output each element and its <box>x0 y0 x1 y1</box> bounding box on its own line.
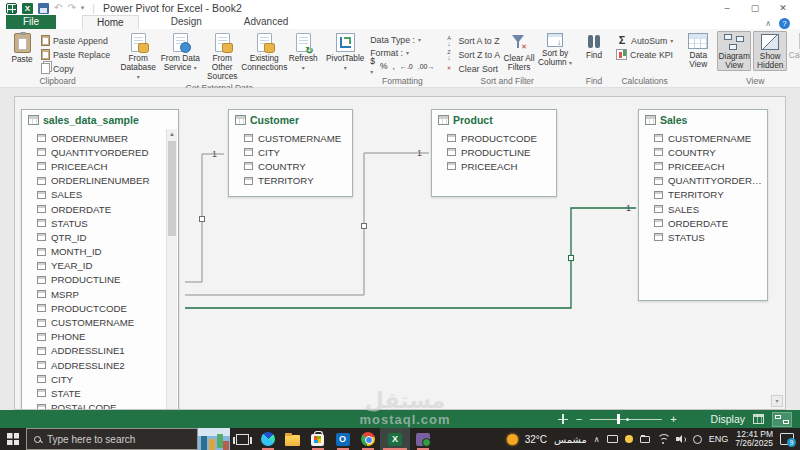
taskbar-search[interactable] <box>26 428 198 450</box>
scrollbar-thumb[interactable] <box>168 141 176 236</box>
table-field[interactable]: CITY <box>244 145 352 159</box>
zoom-in-button[interactable]: + <box>670 414 676 425</box>
table-field[interactable]: COUNTRY <box>654 145 767 159</box>
table-field[interactable]: CUSTOMERNAME <box>37 315 178 329</box>
start-button[interactable] <box>0 428 26 450</box>
excel-file-icon[interactable]: X <box>22 3 33 14</box>
existing-connections-button[interactable]: Existing Connections <box>244 31 284 72</box>
from-database-button[interactable]: From Database ▾ <box>118 31 158 82</box>
weather-sun-icon[interactable] <box>507 434 518 445</box>
quick-access-dropdown-icon[interactable]: ▾ <box>81 4 85 12</box>
table-field[interactable]: ADDRESSLINE2 <box>37 358 178 372</box>
redo-button[interactable]: ↷ <box>67 3 75 13</box>
table-field[interactable]: COUNTRY <box>244 159 352 173</box>
zoom-slider[interactable] <box>590 413 662 425</box>
decrease-decimal-button[interactable]: .00→ <box>418 63 435 70</box>
table-field[interactable]: PHONE <box>37 330 178 344</box>
table-field[interactable]: CUSTOMERNAME <box>244 131 352 145</box>
table-field[interactable]: QTR_ID <box>37 230 178 244</box>
clock[interactable]: 12:41 PM 7/26/2025 <box>735 430 773 449</box>
diagram-table-sales-data-sample[interactable]: sales_data_sample ORDERNUMBER QUANTITYOR… <box>21 109 179 410</box>
zoom-out-button[interactable]: − <box>576 414 582 425</box>
table-field[interactable]: PRODUCTCODE <box>37 301 178 315</box>
weather-temperature[interactable]: 32°C <box>525 434 547 445</box>
data-view-toggle-icon[interactable] <box>753 414 764 424</box>
table-field[interactable]: STATUS <box>37 216 178 230</box>
weather-condition[interactable]: مشمس <box>554 434 587 445</box>
tab-file[interactable]: File <box>6 15 56 29</box>
table-field[interactable]: ORDERNUMBER <box>37 131 178 145</box>
table-field[interactable]: MSRP <box>37 287 178 301</box>
table-field[interactable]: MONTH_ID <box>37 245 178 259</box>
table-field[interactable]: STATUS <box>654 230 767 244</box>
language-indicator[interactable]: ENG <box>709 434 729 444</box>
zoom-slider-handle[interactable] <box>617 414 620 424</box>
table-header[interactable]: Sales <box>639 110 767 128</box>
tray-expand-icon[interactable]: ∧ <box>594 435 600 444</box>
table-header[interactable]: sales_data_sample <box>22 110 178 128</box>
table-field[interactable]: POSTALCODE <box>37 401 178 410</box>
table-field[interactable]: QUANTITYORDER… <box>654 174 767 188</box>
relationship-customer[interactable]: 1 * <box>175 149 224 289</box>
table-field[interactable]: CUSTOMERNAME <box>654 131 767 145</box>
table-header[interactable]: Product <box>432 110 556 128</box>
taskbar-excel-active[interactable]: X <box>380 428 410 450</box>
table-scrollbar[interactable]: ▲ <box>166 129 177 410</box>
diagram-view-toggle-icon[interactable] <box>772 412 792 427</box>
help-icon[interactable]: ? <box>779 18 790 29</box>
task-view-button[interactable] <box>230 428 255 450</box>
table-field[interactable]: STATE <box>37 386 178 400</box>
table-field[interactable]: SALES <box>37 188 178 202</box>
taskbar-edge[interactable] <box>255 428 280 450</box>
clear-all-filters-button[interactable]: ✕ Clear All Filters <box>502 31 536 72</box>
copy-button[interactable]: Copy <box>41 62 110 75</box>
taskbar-chrome[interactable] <box>355 428 380 450</box>
sort-a-to-z-button[interactable]: A↓ Sort A to Z <box>442 34 500 47</box>
wifi-icon[interactable] <box>657 435 669 444</box>
table-field[interactable]: SALES <box>654 202 767 216</box>
restore-button[interactable]: ▢ <box>742 2 768 15</box>
table-field[interactable]: ORDERDATE <box>654 216 767 230</box>
search-input[interactable] <box>47 434 177 445</box>
currency-format-button[interactable]: $ ▾ <box>370 56 375 76</box>
taskbar-outlook[interactable]: O <box>330 428 355 450</box>
tab-home[interactable]: Home <box>82 15 139 29</box>
table-field[interactable]: ORDERDATE <box>37 202 178 216</box>
onedrive-icon[interactable] <box>693 435 702 444</box>
display-tray-icon[interactable] <box>607 435 618 443</box>
show-hidden-button[interactable]: Show Hidden <box>753 31 787 71</box>
thousands-separator-button[interactable]: , <box>393 61 395 71</box>
pivottable-button[interactable]: PivotTable▾ <box>328 31 362 73</box>
paste-replace-button[interactable]: Paste Replace <box>41 48 110 61</box>
tab-design[interactable]: Design <box>157 15 216 29</box>
table-field[interactable]: PRICEEACH <box>37 159 178 173</box>
from-data-service-button[interactable]: From Data Service ▾ <box>160 31 200 73</box>
minimize-button[interactable]: – <box>714 2 740 15</box>
clear-sort-button[interactable]: ✕ Clear Sort <box>442 62 500 75</box>
table-field[interactable]: PRICEEACH <box>654 159 767 173</box>
table-field[interactable]: PRODUCTLINE <box>37 273 178 287</box>
diagram-view-button[interactable]: Diagram View <box>717 31 751 71</box>
paste-append-button[interactable]: Paste Append <box>41 34 110 47</box>
diagram-canvas[interactable]: 1 * 1 * 1 * <box>14 96 786 410</box>
create-kpi-button[interactable]: Create KPI <box>616 48 673 61</box>
table-field[interactable]: YEAR_ID <box>37 259 178 273</box>
save-icon[interactable] <box>38 3 49 14</box>
close-button[interactable]: ✕ <box>770 2 796 15</box>
collapse-ribbon-icon[interactable]: ∧ <box>765 19 771 28</box>
paste-button[interactable]: Paste <box>5 31 39 64</box>
table-field[interactable]: QUANTITYORDERED <box>37 145 178 159</box>
diagram-table-sales[interactable]: Sales CUSTOMERNAME COUNTRY PRICEEACH QUA… <box>638 109 768 301</box>
widgets-weather-thumbnail[interactable] <box>198 428 230 450</box>
taskbar-purple-app[interactable] <box>410 428 435 450</box>
volume-icon[interactable] <box>676 435 686 444</box>
sort-z-to-a-button[interactable]: Z↓ Sort Z to A <box>442 48 500 61</box>
table-header[interactable]: Customer <box>229 110 352 128</box>
autosum-button[interactable]: Σ AutoSum ▾ <box>616 34 673 47</box>
action-center-icon[interactable]: 9 <box>780 433 794 445</box>
increase-decimal-button[interactable]: ←.0 <box>400 63 413 70</box>
table-field[interactable]: PRODUCTLINE <box>447 145 556 159</box>
diagram-table-product[interactable]: Product PRODUCTCODE PRODUCTLINE PRICEEAC… <box>431 109 557 197</box>
table-field[interactable]: PRODUCTCODE <box>447 131 556 145</box>
sort-by-column-button[interactable]: Sort by Column ▾ <box>538 31 572 68</box>
